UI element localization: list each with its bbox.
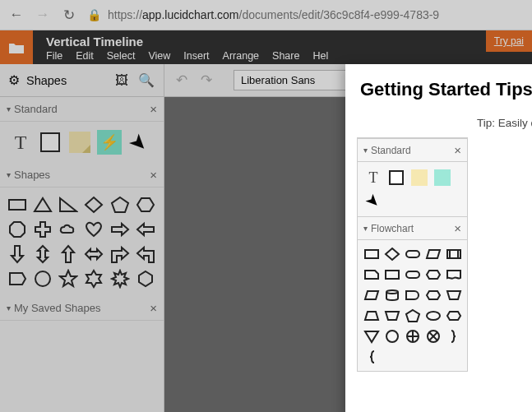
svg-marker-5	[137, 198, 154, 211]
fc-trap2[interactable]	[383, 307, 401, 325]
shapes-panel-label: Shapes	[26, 74, 106, 87]
refresh-button[interactable]: ↻	[61, 7, 77, 23]
shape-triangle[interactable]	[32, 194, 53, 215]
fc-cyl[interactable]	[383, 286, 401, 304]
shape-arrow-left[interactable]	[135, 219, 156, 240]
shape-rectangle[interactable]	[387, 169, 405, 187]
menu-edit[interactable]: Edit	[76, 50, 94, 62]
menu-view[interactable]: View	[148, 50, 170, 62]
shape-text[interactable]: T	[8, 130, 33, 155]
try-paid-button[interactable]: Try pai	[486, 30, 532, 52]
shape-star[interactable]	[58, 268, 79, 289]
shape-heart[interactable]	[83, 219, 104, 240]
fc-trap[interactable]	[363, 307, 381, 325]
close-icon[interactable]: ×	[150, 301, 157, 315]
image-icon[interactable]: 🖼	[113, 73, 131, 88]
group-header-shapes[interactable]: ▾ Shapes ×	[0, 163, 164, 187]
menu-share[interactable]: Share	[272, 50, 299, 62]
shape-diamond[interactable]	[83, 194, 104, 215]
fc-manual[interactable]	[445, 286, 463, 304]
close-icon[interactable]: ×	[454, 221, 461, 235]
shape-burst[interactable]	[109, 268, 131, 289]
svg-marker-33	[365, 291, 378, 299]
document-title[interactable]: Vertical Timeline	[46, 35, 328, 49]
shape-arrow-both-v[interactable]	[32, 243, 53, 265]
fc-terminator[interactable]	[404, 245, 422, 263]
shape-teal[interactable]	[433, 169, 451, 187]
undo-button[interactable]: ↶	[176, 72, 187, 89]
redo-button[interactable]: ↷	[201, 72, 212, 89]
font-selector[interactable]: Liberation Sans	[234, 70, 357, 90]
svg-marker-15	[137, 248, 154, 262]
address-bar[interactable]: 🔒 https://app.lucidchart.com/documents/e…	[87, 8, 524, 21]
close-icon[interactable]: ×	[454, 143, 461, 157]
forward-button[interactable]: →	[35, 7, 51, 23]
shape-cross[interactable]	[32, 219, 53, 240]
shape-right-triangle[interactable]	[58, 194, 79, 215]
app-logo[interactable]	[0, 30, 33, 64]
fc-internal[interactable]	[383, 266, 401, 284]
fc-or[interactable]	[424, 327, 442, 345]
fc-display[interactable]	[424, 286, 442, 304]
menu-select[interactable]: Select	[107, 50, 136, 62]
svg-marker-38	[406, 310, 419, 322]
group-header-saved[interactable]: ▾ My Saved Shapes ×	[0, 296, 164, 321]
menu-file[interactable]: File	[46, 50, 62, 62]
close-icon[interactable]: ×	[150, 102, 157, 116]
menu-help[interactable]: Hel	[312, 50, 328, 62]
fc-stadium[interactable]	[404, 266, 422, 284]
menu-bar: File Edit Select View Insert Arrange Sha…	[46, 50, 328, 62]
fc-pent[interactable]	[404, 307, 422, 325]
shape-arrow-down[interactable]	[7, 243, 28, 265]
menu-insert[interactable]: Insert	[183, 50, 209, 62]
fc-brace-r[interactable]	[445, 327, 463, 345]
fc-ellipse[interactable]	[424, 307, 442, 325]
search-icon[interactable]: 🔍	[137, 72, 155, 88]
fc-hex[interactable]	[424, 266, 442, 284]
fc-brace-l[interactable]	[363, 348, 381, 366]
fc-decision[interactable]	[383, 245, 401, 263]
back-button[interactable]: ←	[8, 7, 25, 23]
shape-hexagon[interactable]	[135, 194, 156, 215]
fc-circle[interactable]	[383, 327, 401, 345]
shape-arrow[interactable]: ➤	[127, 130, 151, 155]
shape-arrow-right[interactable]	[109, 219, 131, 240]
shape-rectangle[interactable]	[38, 130, 62, 155]
close-icon[interactable]: ×	[150, 168, 157, 182]
shape-circle[interactable]	[32, 268, 53, 289]
fc-card[interactable]	[363, 266, 381, 284]
chevron-down-icon: ▾	[363, 224, 368, 233]
svg-marker-25	[427, 250, 440, 258]
fc-process[interactable]	[363, 245, 381, 263]
shape-octagon[interactable]	[7, 219, 28, 240]
shape-pentagon[interactable]	[109, 194, 131, 215]
fc-loop[interactable]	[445, 307, 463, 325]
fc-delay[interactable]	[404, 286, 422, 304]
shape-cloud[interactable]	[58, 219, 79, 240]
fc-tri-down[interactable]	[363, 327, 381, 345]
shape-rect[interactable]	[7, 194, 28, 215]
gear-icon[interactable]: ⚙	[8, 72, 20, 88]
shape-arrow[interactable]: ➤	[360, 187, 386, 213]
group-header-standard[interactable]: ▾ Standard ×	[0, 97, 164, 122]
shape-flag[interactable]	[7, 268, 28, 289]
fc-para[interactable]	[363, 286, 381, 304]
shape-star6[interactable]	[83, 268, 104, 289]
shape-arrow-up[interactable]	[58, 243, 79, 265]
mini-header-standard[interactable]: ▾ Standard ×	[358, 138, 467, 162]
shape-arrow-both-h[interactable]	[83, 243, 104, 265]
shape-callout-up[interactable]	[135, 243, 156, 265]
fc-predef[interactable]	[445, 245, 463, 263]
svg-marker-18	[60, 271, 76, 286]
shape-note[interactable]	[410, 169, 428, 187]
mini-header-flowchart[interactable]: ▾ Flowchart ×	[358, 216, 467, 240]
shape-bolt[interactable]: ⚡	[97, 130, 122, 155]
shape-poly[interactable]	[135, 268, 156, 289]
fc-sum[interactable]	[404, 327, 422, 345]
fc-data[interactable]	[424, 245, 442, 263]
fc-doc[interactable]	[445, 266, 463, 284]
shape-note[interactable]	[67, 130, 92, 155]
shape-callout-down[interactable]	[109, 243, 131, 265]
menu-arrange[interactable]: Arrange	[223, 50, 259, 62]
shape-text[interactable]: T	[364, 169, 382, 187]
